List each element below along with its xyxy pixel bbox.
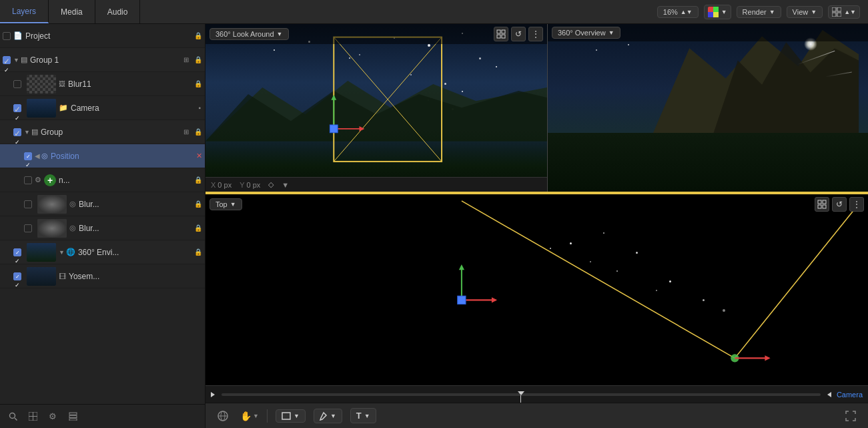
svg-rect-14 (69, 416, 77, 418)
dropdown-icon[interactable]: ▼ (282, 181, 289, 189)
view-button[interactable]: View ▼ (787, 6, 823, 18)
svg-marker-35 (459, 264, 464, 270)
svg-rect-13 (69, 413, 77, 415)
layer-visibility[interactable]: ✓ (21, 152, 35, 160)
pen-dropdown[interactable]: ▼ (314, 409, 342, 423)
lock-icon: 🔒 (194, 224, 202, 232)
left-bottom-bar: ⚙ (0, 404, 205, 428)
layer-visibility[interactable] (21, 224, 35, 232)
layers-button[interactable] (65, 409, 80, 424)
coord-y: Y 0 px (240, 181, 260, 189)
layer-row[interactable]: ✓ ◀ ◎ Position ✕ (0, 144, 205, 168)
layer-visibility[interactable] (21, 176, 35, 184)
zoom-control[interactable]: 16% ▲▼ (657, 6, 699, 18)
layer-visibility[interactable]: ✓ (11, 104, 24, 112)
svg-rect-49 (282, 413, 290, 419)
layer-label: Blur... (79, 200, 191, 209)
grid-button[interactable] (25, 409, 40, 424)
yellow-box-svg (205, 24, 547, 192)
layer-visibility[interactable] (0, 32, 13, 40)
layer-visibility[interactable]: ✓ (11, 272, 24, 280)
file-icon: 📄 (13, 31, 23, 40)
shape-dropdown[interactable]: ▼ (276, 409, 306, 423)
play-head-left (211, 392, 216, 397)
layer-visibility[interactable] (21, 200, 35, 208)
timeline-scrubber[interactable] (222, 393, 821, 396)
tab-media[interactable]: Media (49, 0, 95, 23)
settings-button[interactable]: ⚙ (45, 409, 60, 424)
fullscreen-button[interactable] (841, 407, 860, 425)
viewport-icon-1[interactable] (494, 27, 508, 41)
layer-thumbnail (27, 243, 56, 262)
viewport-toolbar-overview: 360° Overview ▼ (548, 24, 868, 41)
add-button[interactable]: + (44, 174, 56, 186)
layer-label: Group 1 (30, 55, 183, 65)
search-button[interactable] (5, 409, 20, 424)
env360-icon: 🌐 (66, 248, 75, 256)
layer-visibility[interactable]: ✓ (11, 248, 24, 256)
layer-row[interactable]: ✓ ▼ ▤ Group ⊞ 🔒 (0, 120, 205, 144)
separator (267, 409, 268, 423)
gear-icon: ⚙ (35, 176, 41, 184)
svg-rect-29 (502, 35, 505, 38)
layers-list: 📄 Project 🔒 ✓ ▼ ▤ Group 1 ⊞ 🔒 (0, 24, 205, 404)
layer-label: n... (59, 176, 191, 185)
viewport-icon-6[interactable]: ⋮ (849, 197, 864, 212)
blur-icon: ◎ (69, 200, 76, 208)
viewport-icon-3[interactable]: ⋮ (528, 27, 543, 41)
viewport-360-look: 360° Look Around ▼ ↺ ⋮ (205, 24, 548, 192)
layer-label: 360° Envi... (78, 248, 191, 257)
expand-icon: ▼ (24, 129, 30, 136)
viewport-dropdown-360[interactable]: 360° Look Around ▼ (209, 28, 289, 40)
svg-rect-43 (823, 200, 826, 204)
layer-row[interactable]: ✓ ▼ 🌐 360° Envi... 🔒 (0, 240, 205, 264)
layer-visibility[interactable]: ✓ (0, 56, 13, 64)
viewport-dropdown-overview[interactable]: 360° Overview ▼ (552, 27, 620, 39)
sphere-button[interactable] (213, 407, 232, 425)
image-icon: 🖼 (59, 80, 65, 87)
group-icon: ▤ (21, 55, 27, 64)
layer-visibility[interactable] (11, 80, 24, 88)
svg-marker-22 (331, 95, 336, 100)
layout-button[interactable]: ▲▼ (828, 5, 860, 19)
lock-icon: 🔒 (194, 80, 202, 87)
svg-line-32 (462, 201, 735, 358)
svg-marker-41 (765, 355, 770, 361)
svg-rect-7 (837, 13, 841, 17)
layer-row[interactable]: ✓ 📁 Camera ▪ (0, 96, 205, 120)
layer-row[interactable]: ✓ ▼ ▤ Group 1 ⊞ 🔒 (0, 48, 205, 72)
layer-row[interactable]: 🖼 Blur11 🔒 (0, 72, 205, 96)
text-dropdown[interactable]: T ▼ (350, 408, 376, 423)
diamond-icon: ◇ (268, 180, 274, 189)
viewport-dropdown-top[interactable]: Top ▼ (209, 198, 242, 210)
scene-canvas-360 (205, 24, 547, 192)
svg-rect-28 (497, 35, 500, 38)
render-button[interactable]: Render ▼ (737, 6, 781, 18)
viewport-icon-2[interactable]: ↺ (511, 27, 526, 41)
viewport-icon-5[interactable]: ↺ (832, 197, 847, 212)
viewport-toolbar-top: Top ▼ ↺ ⋮ (205, 194, 868, 214)
layer-visibility[interactable]: ✓ (11, 128, 24, 136)
layer-row[interactable]: ◎ Blur... 🔒 (0, 216, 205, 240)
svg-rect-38 (458, 296, 466, 304)
hand-button[interactable]: ✋ ▼ (240, 407, 259, 425)
svg-point-8 (9, 413, 15, 419)
viewport-toolbar-360: 360° Look Around ▼ ↺ ⋮ (205, 24, 547, 44)
tab-layers[interactable]: Layers (0, 0, 49, 23)
position-icon: ◎ (41, 152, 48, 160)
tab-audio[interactable]: Audio (95, 0, 141, 23)
layer-row[interactable]: ◎ Blur... 🔒 (0, 192, 205, 216)
layer-row[interactable]: 📄 Project 🔒 (0, 24, 205, 48)
viewport-icon-4[interactable] (815, 197, 829, 212)
layer-thumbnail (37, 195, 67, 214)
color-picker[interactable]: ▼ (704, 5, 731, 19)
layer-row[interactable]: ⚙ + n... 🔒 (0, 168, 205, 192)
camera-label: Camera (837, 391, 863, 399)
svg-line-50 (324, 413, 326, 415)
coord-x: X 0 px (211, 181, 232, 189)
svg-rect-4 (832, 7, 836, 11)
layers-icon: ⊞ (183, 56, 189, 63)
layer-row[interactable]: ✓ 🎞 Yosem... (0, 264, 205, 288)
coord-bar: X 0 px Y 0 px ◇ ▼ (205, 177, 547, 192)
close-icon[interactable]: ✕ (196, 152, 202, 160)
